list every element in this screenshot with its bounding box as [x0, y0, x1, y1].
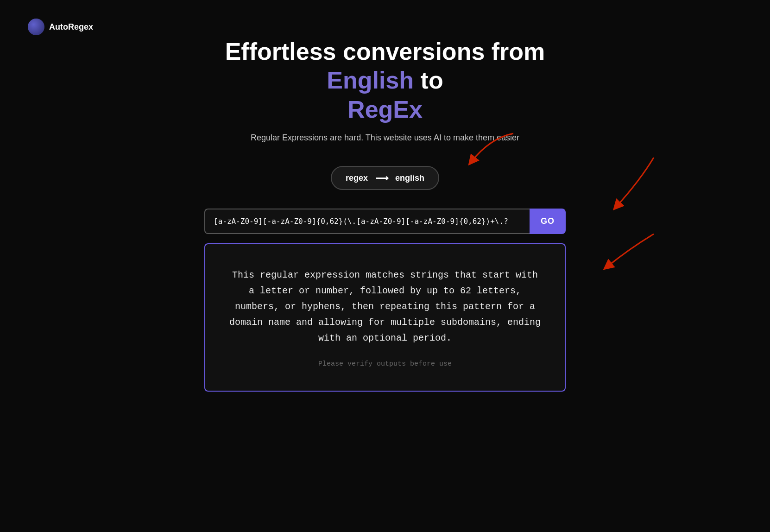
main-content: Effortless conversions from English to R…: [177, 37, 593, 392]
hero-title-highlight2: RegEx: [347, 96, 423, 123]
mode-from-label: regex: [346, 173, 368, 183]
mode-toggle-area: regex ⟶ english: [331, 166, 439, 190]
arrow-annotation-1: [462, 129, 518, 172]
arrow-annotation-3: [593, 229, 658, 278]
output-box: This regular expression matches strings …: [204, 243, 566, 392]
logo-text: AutoRegex: [49, 22, 93, 32]
hero-title-highlight1: English: [327, 67, 414, 94]
mode-toggle-button[interactable]: regex ⟶ english: [331, 166, 439, 190]
hero-title-part2: to: [414, 67, 443, 94]
input-area: GO: [204, 209, 566, 234]
hero-title-part1: Effortless conversions from: [225, 38, 545, 65]
go-button[interactable]: GO: [530, 209, 566, 234]
mode-to-label: english: [395, 173, 424, 183]
arrow-annotation-2: [598, 153, 658, 215]
input-section: GO: [204, 209, 566, 243]
logo-icon: [28, 19, 44, 35]
mode-arrow-icon: ⟶: [375, 172, 388, 184]
output-text: This regular expression matches strings …: [227, 267, 543, 346]
hero-title: Effortless conversions from English to R…: [186, 37, 584, 124]
output-section: This regular expression matches strings …: [204, 243, 566, 392]
verify-text: Please verify outputs before use: [318, 360, 452, 368]
header: AutoRegex: [28, 19, 93, 35]
regex-input[interactable]: [204, 209, 530, 234]
